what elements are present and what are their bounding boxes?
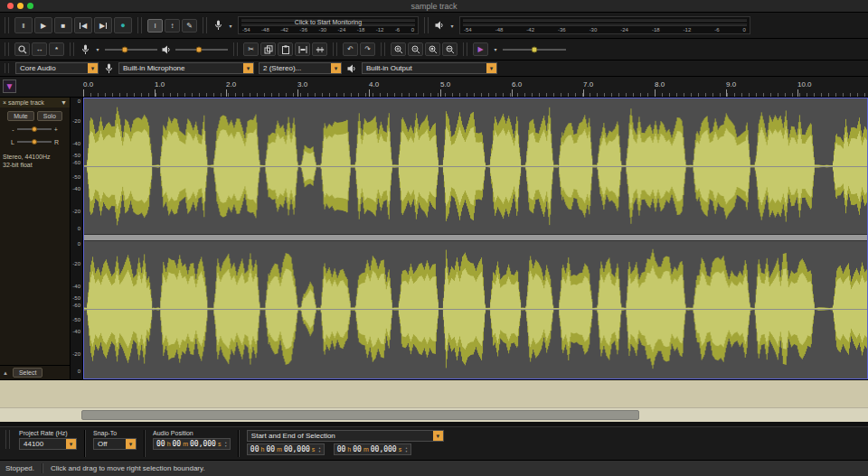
recording-meter[interactable]: Click to Start Monitoring -54-48-42-36-3… — [238, 16, 419, 34]
mute-button[interactable]: Mute — [7, 111, 34, 121]
gain-slider[interactable] — [17, 126, 52, 133]
copy-button[interactable] — [260, 42, 276, 56]
zoom-in-button[interactable] — [391, 42, 406, 56]
playback-meter-scale: -54-48-42-36-30-24-18-12-60 — [460, 26, 750, 33]
skip-to-end-button[interactable]: ▶ — [94, 17, 112, 33]
device-toolbar-grip[interactable] — [5, 63, 9, 74]
pan-slider[interactable] — [17, 138, 52, 145]
pinned-playhead-toggle[interactable]: ▼ — [3, 79, 16, 93]
transport-toolbar-grip[interactable] — [5, 17, 9, 33]
selection-start-hours[interactable]: 00 — [250, 445, 259, 453]
close-window-button[interactable] — [7, 3, 14, 9]
zoom-tool-button[interactable] — [14, 42, 30, 56]
tools-row2-grip[interactable] — [5, 42, 9, 56]
play-at-speed-grip[interactable] — [463, 42, 467, 56]
track-menu-caret-icon[interactable]: ▼ — [61, 99, 67, 106]
zoom-out-button[interactable] — [408, 42, 423, 56]
output-device-select[interactable]: Built-in Output ▾ — [362, 62, 497, 74]
fit-selection-button[interactable] — [425, 42, 440, 56]
pan-knob[interactable] — [32, 139, 37, 145]
skip-to-start-button[interactable]: ◀ — [74, 17, 92, 33]
playback-meter[interactable]: -54-48-42-36-30-24-18-12-60 — [459, 16, 750, 34]
track-control-panel[interactable]: × sample track ▼ Mute Solo - + L R Stere… — [0, 98, 71, 379]
trim-audio-button[interactable] — [295, 42, 310, 56]
input-device-select[interactable]: Built-in Microphone ▾ — [118, 62, 254, 74]
recording-meter-grip[interactable] — [203, 17, 207, 33]
selection-end-seconds[interactable]: 00,000 — [371, 445, 397, 453]
audio-position-minutes[interactable]: 00 — [173, 440, 182, 448]
draw-tool-button[interactable]: ✎ — [182, 19, 197, 33]
selection-toolbar-grip[interactable] — [5, 430, 10, 449]
audio-position-spinner[interactable]: ▴▾ — [224, 441, 226, 448]
undo-redo-grip[interactable] — [333, 42, 337, 56]
track-name[interactable]: sample track — [8, 99, 59, 106]
pause-icon: ‖ — [22, 22, 24, 30]
play-speed-slider[interactable] — [503, 43, 566, 56]
play-icon: ▶ — [41, 22, 46, 30]
audio-position-field[interactable]: 00h 00m 00,000s ▴▾ — [153, 438, 231, 450]
pause-button[interactable]: ‖ — [14, 17, 33, 33]
playback-volume-knob[interactable] — [196, 46, 203, 52]
window-controls — [7, 3, 33, 9]
play-button[interactable]: ▶ — [34, 17, 52, 33]
paste-button[interactable] — [278, 42, 293, 56]
horizontal-scrollbar-thumb[interactable] — [81, 410, 639, 420]
play-speed-knob[interactable] — [532, 46, 538, 52]
selection-end-minutes[interactable]: 00 — [353, 445, 362, 453]
selection-end-spinner[interactable]: ▴▾ — [405, 446, 407, 453]
edit-toolbar-grip[interactable] — [233, 42, 238, 56]
playhead-pin-icon: ▼ — [5, 82, 14, 91]
select-track-button[interactable]: Select — [13, 368, 42, 378]
audio-position-hours[interactable]: 00 — [156, 440, 165, 448]
multi-tool-button[interactable]: * — [49, 42, 64, 56]
play-at-speed-button[interactable]: ▶ — [473, 42, 488, 56]
snap-to-select[interactable]: Off ▾ — [93, 438, 137, 450]
monitor-text[interactable]: Click to Start Monitoring — [239, 19, 418, 25]
playback-meter-dropdown[interactable]: ▾ — [448, 20, 456, 31]
close-track-button[interactable]: × — [3, 99, 6, 106]
audio-position-seconds[interactable]: 00,000 — [190, 440, 216, 448]
timeshift-tool-button[interactable]: ↔ — [32, 42, 47, 56]
cut-button[interactable]: ✂ — [243, 42, 259, 56]
recording-volume-knob[interactable] — [122, 46, 128, 52]
input-channels-select[interactable]: 2 (Stereo)... ▾ — [259, 62, 342, 74]
collapse-track-button[interactable]: ▲ — [3, 370, 8, 376]
gain-knob[interactable] — [32, 126, 37, 132]
zoom-window-button[interactable] — [27, 3, 33, 9]
waveform-channel-right[interactable] — [84, 241, 867, 377]
selection-start-seconds[interactable]: 00,000 — [284, 445, 310, 453]
recording-volume-slider[interactable] — [105, 43, 157, 56]
trim-icon — [298, 45, 307, 54]
fit-project-button[interactable] — [442, 42, 458, 56]
playback-meter-grip[interactable] — [424, 17, 429, 33]
selection-tool-button[interactable]: I — [147, 19, 163, 33]
selection-mode-select[interactable]: Start and End of Selection ▾ — [247, 430, 444, 442]
envelope-tool-button[interactable]: ↕ — [165, 19, 180, 33]
redo-button[interactable]: ↷ — [360, 42, 375, 56]
selection-start-spinner[interactable]: ▴▾ — [318, 446, 320, 453]
zoom-toolbar-grip[interactable] — [381, 42, 385, 56]
solo-button[interactable]: Solo — [37, 111, 62, 121]
selection-end-hours[interactable]: 00 — [337, 445, 346, 453]
recording-volume-dropdown[interactable]: ▾ — [94, 44, 101, 55]
project-rate-select[interactable]: 44100 ▾ — [19, 438, 77, 450]
playback-volume-slider[interactable] — [175, 43, 228, 56]
undo-button[interactable]: ↶ — [343, 42, 358, 56]
selection-end-field[interactable]: 00h 00m 00,000s ▴▾ — [334, 443, 411, 455]
play-at-speed-dropdown[interactable]: ▾ — [492, 44, 499, 55]
mixer-toolbar-grip[interactable] — [70, 42, 74, 56]
vertical-db-ruler[interactable]: 0-20-40-50-60-50-40-2000-20-40-50-60-50-… — [71, 98, 83, 379]
stop-button[interactable]: ■ — [54, 17, 72, 33]
horizontal-scrollbar[interactable] — [0, 407, 868, 422]
selection-start-field[interactable]: 00h 00m 00,000s ▴▾ — [247, 443, 325, 455]
channel-separator[interactable] — [84, 234, 867, 241]
silence-audio-button[interactable] — [312, 42, 327, 56]
minimize-window-button[interactable] — [17, 3, 24, 9]
selection-start-minutes[interactable]: 00 — [266, 445, 275, 453]
tools-toolbar-grip[interactable] — [137, 17, 142, 33]
recording-meter-dropdown[interactable]: ▾ — [227, 20, 234, 31]
record-button[interactable]: ● — [114, 17, 132, 33]
waveform-channel-left[interactable] — [84, 98, 867, 234]
audio-host-select[interactable]: Core Audio ▾ — [15, 62, 99, 74]
timeline-ruler[interactable]: ▼ 0.01.02.03.04.05.06.07.08.09.010.0 — [0, 77, 868, 98]
